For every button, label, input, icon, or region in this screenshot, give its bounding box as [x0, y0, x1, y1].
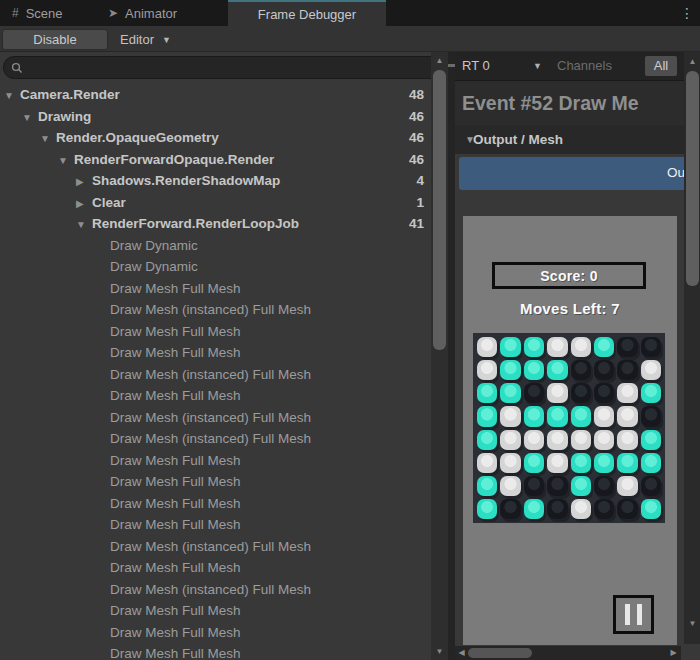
tree-row[interactable]: Draw Mesh Full Mesh [0, 643, 430, 660]
scroll-up-icon[interactable]: ▲ [684, 55, 700, 68]
left-scrollbar-thumb[interactable] [433, 70, 446, 350]
tab-frame-debugger-label: Frame Debugger [258, 7, 356, 22]
tab-scene[interactable]: # Scene [0, 0, 96, 26]
tree-row[interactable]: Draw Mesh (instanced) Full Mesh [0, 428, 430, 450]
pause-button [613, 595, 654, 634]
game-token-teal [641, 383, 661, 403]
game-token-teal [477, 383, 497, 403]
foldout-arrow-icon[interactable]: ▼ [4, 85, 20, 107]
game-token-white [547, 337, 567, 357]
chevron-down-icon[interactable]: ▼ [533, 61, 542, 71]
tree-row-label: Draw Mesh Full Mesh [110, 281, 241, 296]
tree-row[interactable]: Draw Mesh Full Mesh [0, 471, 430, 493]
tree-row-label: Draw Mesh (instanced) Full Mesh [110, 582, 311, 597]
disable-button[interactable]: Disable [2, 29, 108, 50]
tree-row-label: Draw Mesh (instanced) Full Mesh [110, 410, 311, 425]
foldout-arrow-icon[interactable]: ▼ [40, 128, 56, 150]
tree-row[interactable]: ▼RenderForward.RenderLoopJob41 [0, 213, 430, 235]
game-token-teal [641, 499, 661, 519]
game-token-teal [571, 406, 591, 426]
tree-row-label: Clear [92, 195, 126, 210]
tree-row[interactable]: Draw Mesh (instanced) Full Mesh [0, 536, 430, 558]
tab-animator[interactable]: ➤ Animator [96, 0, 216, 26]
tree-row-label: Draw Mesh Full Mesh [110, 453, 241, 468]
event-tree: ▼Camera.Render48▼Drawing46▼Render.Opaque… [0, 84, 430, 660]
tree-row[interactable]: Draw Mesh (instanced) Full Mesh [0, 364, 430, 386]
game-token-dark [524, 383, 544, 403]
game-token-teal [524, 499, 544, 519]
foldout-arrow-icon[interactable]: ▼ [58, 150, 74, 172]
game-token-teal [617, 453, 637, 473]
game-token-white [477, 453, 497, 473]
left-scrollbar[interactable]: ▲ ▼ [431, 52, 448, 660]
tree-row[interactable]: ▶Shadows.RenderShadowMap4 [0, 170, 430, 192]
tree-row[interactable]: Draw Mesh Full Mesh [0, 600, 430, 622]
render-target-toolbar: RT 0 ▼ Channels All [455, 52, 700, 81]
tree-row[interactable]: Draw Dynamic [0, 256, 430, 278]
tree-row[interactable]: Draw Mesh Full Mesh [0, 321, 430, 343]
scroll-down-icon[interactable]: ▼ [684, 617, 700, 630]
scroll-left-icon[interactable]: ◀ [455, 646, 468, 660]
foldout-arrow-icon[interactable]: ▶ [76, 171, 92, 193]
right-scrollbar-thumb[interactable] [686, 71, 699, 286]
tab-animator-label: Animator [125, 6, 177, 21]
target-dropdown[interactable]: Editor ▼ [112, 29, 179, 50]
game-token-white [547, 453, 567, 473]
scroll-up-icon[interactable]: ▲ [431, 54, 448, 67]
tree-row-label: Draw Mesh (instanced) Full Mesh [110, 367, 311, 382]
output-tab-selected[interactable]: Ou [459, 157, 700, 190]
tree-row-label: Draw Mesh Full Mesh [110, 496, 241, 511]
tree-row-label: Draw Mesh Full Mesh [110, 603, 241, 618]
game-token-white [617, 430, 637, 450]
game-token-teal [571, 453, 591, 473]
render-preview: Score: 0 Moves Left: 7 [463, 216, 677, 645]
tree-row[interactable]: ▼Camera.Render48 [0, 84, 430, 106]
tree-row-label: Shadows.RenderShadowMap [92, 173, 280, 188]
game-token-teal [641, 430, 661, 450]
tree-row[interactable]: ▼Render.OpaqueGeometry46 [0, 127, 430, 149]
search-input[interactable] [3, 56, 445, 79]
rt-dropdown[interactable]: RT 0 [462, 58, 490, 73]
foldout-arrow-icon[interactable]: ▼ [455, 134, 473, 145]
tree-row[interactable]: ▶Clear1 [0, 192, 430, 214]
foldout-arrow-icon[interactable]: ▼ [76, 214, 92, 236]
tree-row[interactable]: Draw Mesh Full Mesh [0, 514, 430, 536]
tree-row[interactable]: Draw Mesh Full Mesh [0, 450, 430, 472]
game-token-white [500, 476, 520, 496]
tree-row[interactable]: Draw Mesh Full Mesh [0, 493, 430, 515]
tree-row[interactable]: ▼RenderForwardOpaque.Render46 [0, 149, 430, 171]
tree-row[interactable]: Draw Mesh Full Mesh [0, 278, 430, 300]
event-count: 46 [409, 127, 424, 149]
foldout-arrow-icon[interactable]: ▼ [22, 107, 38, 129]
right-scrollbar[interactable]: ▲ ▼ [684, 52, 700, 644]
game-token-teal [571, 476, 591, 496]
game-token-dark [547, 499, 567, 519]
tree-row[interactable]: Draw Mesh Full Mesh [0, 342, 430, 364]
tree-row[interactable]: Draw Mesh Full Mesh [0, 557, 430, 579]
tree-row[interactable]: Draw Mesh (instanced) Full Mesh [0, 407, 430, 429]
tab-frame-debugger[interactable]: Frame Debugger [228, 0, 386, 26]
scroll-right-icon[interactable]: ▶ [667, 646, 680, 660]
game-token-dark [641, 406, 661, 426]
event-list-panel: ▼Camera.Render48▼Drawing46▼Render.Opaque… [0, 52, 448, 660]
scroll-down-icon[interactable]: ▼ [431, 645, 448, 658]
game-token-white [571, 499, 591, 519]
bottom-scrollbar-thumb[interactable] [468, 648, 532, 658]
game-token-white [594, 406, 614, 426]
window-menu-icon[interactable]: ⋮ [678, 3, 696, 23]
game-token-teal [547, 360, 567, 380]
tree-row[interactable]: Draw Mesh (instanced) Full Mesh [0, 579, 430, 601]
game-token-teal [477, 499, 497, 519]
tree-row-label: RenderForwardOpaque.Render [74, 152, 274, 167]
tree-row[interactable]: Draw Dynamic [0, 235, 430, 257]
channels-all-button[interactable]: All [645, 56, 677, 76]
tree-row[interactable]: Draw Mesh (instanced) Full Mesh [0, 299, 430, 321]
tree-row[interactable]: ▼Drawing46 [0, 106, 430, 128]
animator-icon: ➤ [108, 6, 118, 20]
foldout-arrow-icon[interactable]: ▶ [76, 193, 92, 215]
output-mesh-foldout[interactable]: ▼ Output / Mesh [455, 125, 700, 154]
tree-row-label: Draw Mesh Full Mesh [110, 646, 241, 660]
tree-row[interactable]: Draw Mesh Full Mesh [0, 385, 430, 407]
bottom-scrollbar[interactable]: ◀ ▶ [455, 646, 681, 660]
tree-row[interactable]: Draw Mesh Full Mesh [0, 622, 430, 644]
